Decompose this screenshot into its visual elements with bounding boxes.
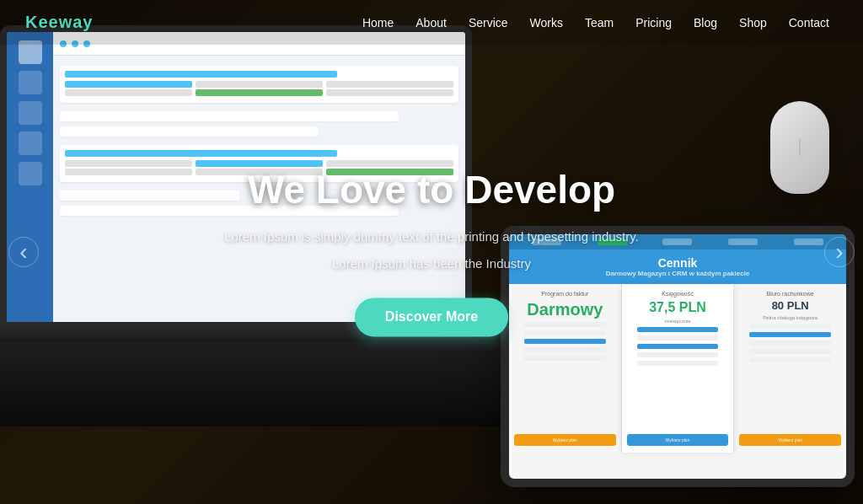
- cta-btn-mid[interactable]: Wybierz plan: [627, 434, 729, 446]
- app-card-1: [60, 66, 458, 103]
- cell-8: [196, 160, 323, 167]
- cell-9: [326, 160, 453, 167]
- table-row-2: [65, 89, 453, 96]
- feature-1c: [749, 324, 831, 329]
- navbar: Keeway Home About Service Works Team Pri…: [0, 0, 863, 45]
- cell-4: [65, 89, 192, 96]
- logo[interactable]: Keeway: [25, 13, 94, 32]
- slider-arrow-right[interactable]: ›: [824, 237, 855, 267]
- cell-3: [326, 81, 453, 88]
- right-arrow-icon: ›: [835, 239, 843, 265]
- app-row-1: [60, 111, 399, 121]
- feature-3b: [637, 344, 719, 349]
- cell-6: [326, 89, 453, 96]
- nav-link-service[interactable]: Service: [460, 11, 517, 35]
- nav-link-shop[interactable]: Shop: [731, 11, 775, 35]
- mouse-center-line: [800, 139, 801, 156]
- hero-subtitle-line2: Lorem Ipsum has been the Industry: [179, 255, 684, 275]
- hero-title: We Love to Develop: [179, 167, 684, 213]
- nav-link-contact[interactable]: Contact: [780, 11, 838, 35]
- cta-btn-free-label: Wybierz plan: [553, 437, 577, 442]
- cta-btn-mid-label: Wybierz plan: [666, 437, 690, 442]
- cta-btn-premium-label: Wybierz plan: [778, 437, 802, 442]
- feature-5b: [637, 361, 719, 366]
- feature-5c: [749, 357, 831, 362]
- feature-3c: [749, 340, 831, 346]
- nav-link-about[interactable]: About: [407, 11, 455, 35]
- hero-cta-button[interactable]: Discover More: [355, 298, 508, 337]
- cell-10: [65, 169, 192, 175]
- col-premium-subtitle: Pełna obsługa księgowa: [739, 315, 841, 320]
- card-title-2: [65, 150, 337, 157]
- left-arrow-icon: ‹: [19, 239, 27, 265]
- feature-4b: [637, 352, 719, 357]
- cell-1: [65, 81, 192, 88]
- nav-link-pricing[interactable]: Pricing: [627, 11, 680, 35]
- pricing-col-premium: Biuro rachunkowe 80 PLN Pełna obsługa ks…: [734, 284, 846, 453]
- app-sidebar: [7, 32, 53, 322]
- col-premium-price: 80 PLN: [739, 300, 841, 312]
- feature-5a: [524, 356, 606, 361]
- table-row-3: [65, 160, 453, 167]
- slider-arrow-left[interactable]: ‹: [8, 237, 39, 267]
- hero-content: We Love to Develop Lorem Ipsum is simply…: [179, 167, 684, 336]
- sidebar-icon-5: [19, 162, 42, 185]
- table-row-1: [65, 81, 453, 88]
- mouse-body: [770, 101, 829, 194]
- col-premium-label: Biuro rachunkowe: [739, 291, 841, 297]
- tab-item-4: [728, 239, 758, 245]
- feature-4c: [749, 349, 831, 354]
- mouse-mockup: [770, 101, 829, 194]
- cta-btn-premium[interactable]: Wybierz plan: [739, 434, 841, 446]
- nav-link-home[interactable]: Home: [354, 11, 402, 35]
- hero-subtitle-line1: Lorem Ipsum is simply dummy text of the …: [179, 228, 684, 248]
- nav-link-team[interactable]: Team: [576, 11, 622, 35]
- feature-3a: [524, 339, 606, 344]
- sidebar-icon-2: [19, 71, 42, 94]
- cell-7: [65, 160, 192, 167]
- app-row-2: [60, 126, 319, 137]
- nav-links-container: Home About Service Works Team Pricing Bl…: [354, 11, 838, 35]
- card-title-1: [65, 71, 337, 78]
- feature-2c: [749, 332, 831, 337]
- laptop-keyboard: [0, 342, 523, 426]
- feature-4a: [524, 347, 606, 352]
- nav-link-blog[interactable]: Blog: [685, 11, 726, 35]
- sidebar-icon-3: [19, 101, 42, 125]
- tab-item-5: [794, 239, 823, 245]
- cta-btn-free[interactable]: Wybierz plan: [514, 434, 616, 446]
- cell-2: [196, 81, 323, 88]
- sidebar-icon-4: [19, 131, 42, 155]
- nav-link-works[interactable]: Works: [522, 11, 571, 35]
- cell-5: [196, 89, 323, 96]
